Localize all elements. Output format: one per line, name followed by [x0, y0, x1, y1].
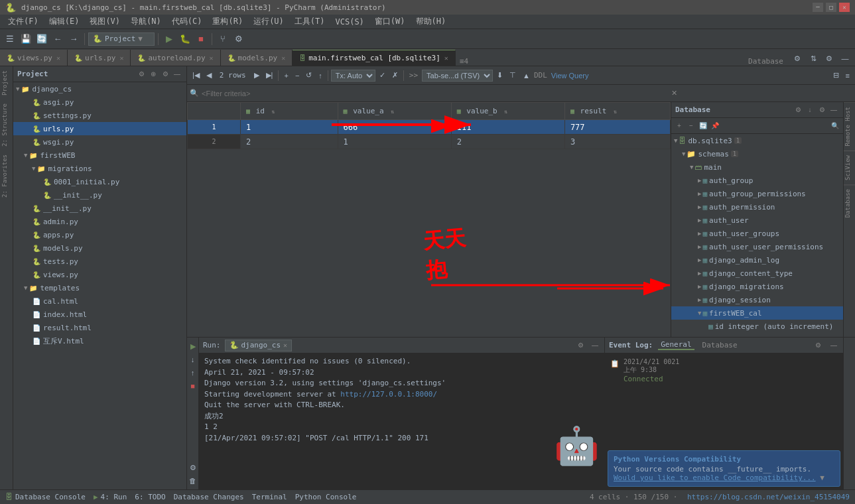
event-tab-general[interactable]: General — [658, 340, 694, 350]
tree-item-0001[interactable]: 🐍 0001_initial.py — [13, 175, 186, 188]
db-remove-row[interactable]: − — [293, 69, 302, 82]
menu-refactor[interactable]: 重构(R) — [207, 15, 248, 29]
cell-result-1[interactable]: 777 — [564, 120, 670, 135]
menu-view[interactable]: 视图(V) — [84, 15, 125, 29]
strip-project[interactable]: Project — [0, 66, 13, 99]
project-selector[interactable]: 🐍 Project ▼ — [88, 32, 155, 46]
db-tree-auth-user-perms[interactable]: ▶ ▦ auth_user_user_permissions — [671, 240, 843, 253]
tree-item-mutex[interactable]: 📄 互斥V.html — [13, 334, 186, 347]
run-close-btn[interactable]: — — [590, 340, 600, 351]
db-tree-minus[interactable]: − — [686, 121, 696, 131]
tree-item-index[interactable]: 📄 index.html — [13, 308, 186, 321]
window-controls[interactable]: ─ □ ✕ — [813, 3, 850, 12]
db-tree-ctrl-1[interactable]: ⚙ — [793, 105, 803, 115]
toolbar-run-btn[interactable]: ▶ — [162, 32, 176, 46]
tree-item-django-cs[interactable]: ▼ 📁 django_cs — [13, 82, 186, 95]
table-row[interactable]: 1 1 666 111 777 — [188, 120, 671, 135]
project-ctrl-4[interactable]: — — [172, 69, 182, 80]
table-row[interactable]: 2 2 1 2 3 — [188, 135, 671, 149]
close-autoreload-tab[interactable]: ✕ — [210, 54, 214, 62]
db-tree-auth-user-groups[interactable]: ▶ ▦ auth_user_groups — [671, 227, 843, 240]
col-header-id[interactable]: ▦ id ⇅ — [241, 103, 338, 120]
close-models-tab[interactable]: ✕ — [281, 54, 285, 62]
menu-run[interactable]: 运行(U) — [248, 15, 289, 29]
db-nav-prev[interactable]: ◀ — [204, 69, 214, 82]
tab-urls[interactable]: 🐍 urls.py ✕ — [68, 50, 131, 66]
db-nav-first[interactable]: |◀ — [190, 69, 202, 82]
tx-select[interactable]: Tx: Auto — [331, 70, 375, 82]
menu-code[interactable]: 代码(C) — [166, 15, 208, 29]
db-tree-ctrl-3[interactable]: ⚙ — [817, 105, 827, 115]
tree-item-cal[interactable]: 📄 cal.html — [13, 294, 186, 308]
cell-result-2[interactable]: 3 — [564, 135, 670, 149]
db-tree-ctrl-2[interactable]: ↓ — [805, 105, 815, 115]
col-header-result[interactable]: ▦ result ⇅ — [564, 103, 670, 120]
project-ctrl-1[interactable]: ⚙ — [136, 69, 147, 80]
cell-value-a-1[interactable]: 666 — [338, 120, 451, 135]
project-ctrl-3[interactable]: ⚙ — [160, 69, 170, 80]
status-python-console[interactable]: Python Console — [295, 493, 357, 501]
db-add-row[interactable]: + — [281, 69, 291, 82]
tree-item-settings[interactable]: 🐍 settings.py — [13, 109, 186, 122]
tree-item-migrations[interactable]: ▼ 📁 migrations — [13, 162, 186, 175]
db-transpose[interactable]: ⊤ — [507, 69, 519, 82]
event-close-btn[interactable]: — — [828, 340, 839, 351]
menu-vcs[interactable]: VCS(S) — [330, 15, 369, 29]
toolbar-project-btn[interactable]: ☰ — [3, 32, 17, 46]
menu-edit[interactable]: 编辑(E) — [44, 15, 85, 29]
db-tree-refresh[interactable]: 🔄 — [698, 121, 708, 131]
strip-database[interactable]: Database — [844, 184, 856, 221]
project-ctrl-2[interactable]: ⊕ — [148, 69, 159, 80]
run-ctrl-restart[interactable]: ▶ — [187, 340, 199, 352]
toolbar-save-btn[interactable]: 💾 — [19, 32, 33, 46]
menu-help[interactable]: 帮助(H) — [411, 15, 452, 29]
db-tree-col-id[interactable]: ▦ id integer (auto increment) — [671, 320, 843, 333]
view-query-button[interactable]: View Query — [549, 69, 592, 82]
col-header-value-b[interactable]: ▦ value_b ⇅ — [451, 103, 564, 120]
db-tree-auth-user[interactable]: ▶ ▦ auth_user — [671, 214, 843, 227]
db-panel-layout[interactable]: ⇅ — [806, 51, 821, 66]
toolbar-debug-btn[interactable]: 🐛 — [178, 32, 192, 46]
event-tab-database[interactable]: Database — [700, 341, 740, 349]
close-button[interactable]: ✕ — [839, 3, 850, 12]
db-panel-close[interactable]: — — [838, 51, 852, 66]
db-submit[interactable]: ↑ — [316, 69, 325, 82]
event-settings-btn[interactable]: ⚙ — [813, 340, 823, 351]
tree-item-urls[interactable]: 🐍 urls.py — [13, 122, 186, 135]
db-tree-firstweb-cal[interactable]: ▼ ▦ firstWEB_cal — [671, 306, 843, 320]
toolbar-sync-btn[interactable]: 🔄 — [34, 32, 49, 46]
run-settings-btn[interactable]: ⚙ — [575, 340, 586, 351]
db-sort-asc[interactable]: ▲ — [520, 69, 533, 82]
run-ctrl-settings[interactable]: ⚙ — [187, 462, 199, 473]
tab-pin-btn[interactable]: ≡4 — [456, 57, 472, 66]
db-tree-auth-group-perm[interactable]: ▶ ▦ auth_group_permissions — [671, 187, 843, 200]
db-tree-add[interactable]: + — [674, 121, 685, 131]
db-tree-django-content[interactable]: ▶ ▦ django_content_type — [671, 267, 843, 280]
notif-link[interactable]: Would you like to enable Code compatibil… — [614, 473, 816, 482]
tree-item-init-migrations[interactable]: 🐍 __init__.py — [13, 188, 186, 202]
maximize-button[interactable]: □ — [826, 3, 836, 12]
toolbar-forward-btn[interactable]: → — [66, 32, 81, 46]
tree-item-init[interactable]: 🐍 __init__.py — [13, 202, 186, 215]
minimize-button[interactable]: ─ — [813, 3, 823, 12]
tree-item-admin[interactable]: 🐍 admin.py — [13, 215, 186, 228]
tree-item-asgi[interactable]: 🐍 asgi.py — [13, 95, 186, 109]
strip-favorites[interactable]: 2: Favorites — [0, 151, 13, 202]
strip-structure[interactable]: 2: Structure — [0, 99, 13, 151]
tree-item-result[interactable]: 📄 result.html — [13, 321, 186, 334]
close-db-tab[interactable]: ✕ — [444, 54, 448, 62]
db-export[interactable]: ⬇ — [494, 69, 505, 82]
toolbar-git-btn[interactable]: ⑂ — [216, 32, 230, 46]
tree-item-tests[interactable]: 🐍 tests.py — [13, 255, 186, 268]
export-select[interactable]: Tab-se...d (TSV) — [422, 70, 493, 82]
run-ctrl-down[interactable]: ↓ — [187, 353, 199, 365]
menu-file[interactable]: 文件(F) — [3, 15, 44, 29]
cell-value-b-2[interactable]: 2 — [451, 135, 564, 149]
db-tree-django-admin[interactable]: ▶ ▦ django_admin_log — [671, 253, 843, 267]
db-revert[interactable]: ↺ — [303, 69, 314, 82]
run-ctrl-up[interactable]: ↑ — [187, 367, 199, 379]
db-tree-ctrl-4[interactable]: — — [828, 105, 839, 115]
db-tree-auth-group[interactable]: ▶ ▦ auth_group — [671, 174, 843, 187]
toolbar-back-btn[interactable]: ← — [50, 32, 65, 46]
cell-value-a-2[interactable]: 1 — [338, 135, 451, 149]
